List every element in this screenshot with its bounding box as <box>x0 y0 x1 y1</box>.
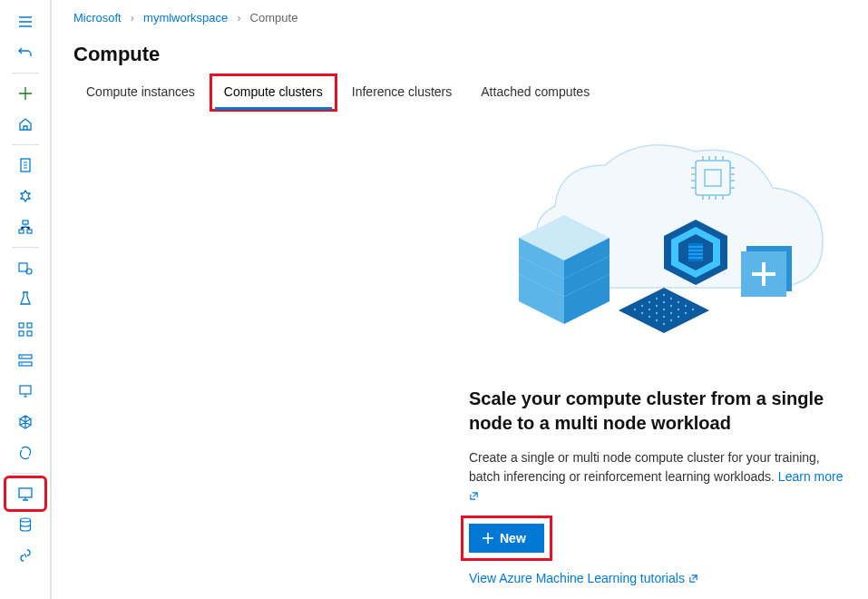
svg-point-30 <box>634 309 636 310</box>
svg-point-27 <box>656 305 658 307</box>
sidebar-divider <box>12 247 39 248</box>
notebook-icon[interactable] <box>7 151 44 180</box>
sidebar-divider <box>12 473 39 474</box>
svg-point-28 <box>670 305 672 307</box>
svg-point-41 <box>678 316 679 318</box>
svg-point-16 <box>20 518 30 522</box>
svg-rect-9 <box>27 331 32 336</box>
plus-icon <box>482 532 494 545</box>
svg-point-22 <box>670 298 672 300</box>
svg-point-35 <box>641 312 643 314</box>
svg-point-34 <box>692 309 694 310</box>
main-content: Microsoft › mymlworkspace › Compute Comp… <box>51 0 868 599</box>
plus-icon[interactable] <box>7 79 44 108</box>
endpoints-icon[interactable] <box>7 377 44 406</box>
svg-point-37 <box>670 312 672 314</box>
svg-point-43 <box>670 319 672 321</box>
chevron-right-icon: › <box>237 11 240 25</box>
linked-services-icon[interactable] <box>7 541 44 570</box>
svg-rect-19 <box>688 243 703 261</box>
empty-state-headline: Scale your compute cluster from a single… <box>469 387 846 436</box>
data-labeling-icon[interactable] <box>7 438 44 467</box>
chevron-right-icon: › <box>131 11 134 25</box>
svg-point-38 <box>685 312 687 314</box>
sidebar <box>0 0 51 599</box>
models-icon[interactable] <box>7 346 44 375</box>
tab-compute-clusters[interactable]: Compute clusters <box>211 75 336 110</box>
designer-icon[interactable] <box>7 212 44 241</box>
environments-icon[interactable] <box>7 408 44 437</box>
automl-icon[interactable] <box>7 182 44 211</box>
svg-point-24 <box>663 301 665 303</box>
svg-point-31 <box>649 309 650 310</box>
svg-point-23 <box>649 301 650 303</box>
svg-rect-4 <box>19 263 27 271</box>
svg-point-36 <box>656 312 658 314</box>
compute-icon[interactable] <box>7 479 44 508</box>
breadcrumb-current: Compute <box>250 11 298 25</box>
home-icon[interactable] <box>7 110 44 139</box>
pipelines-icon[interactable] <box>7 315 44 344</box>
tab-attached-computes[interactable]: Attached computes <box>468 75 602 110</box>
svg-rect-11 <box>19 362 32 366</box>
svg-rect-6 <box>19 323 24 328</box>
svg-rect-1 <box>23 221 28 224</box>
subtext-body: Create a single or multi node compute cl… <box>469 450 820 484</box>
svg-rect-7 <box>27 323 32 328</box>
svg-point-42 <box>656 319 658 321</box>
svg-rect-8 <box>19 331 24 336</box>
svg-point-26 <box>641 305 643 307</box>
sidebar-divider <box>12 144 39 145</box>
svg-rect-2 <box>19 230 24 233</box>
svg-point-32 <box>663 309 665 310</box>
svg-point-40 <box>663 316 665 318</box>
svg-rect-10 <box>19 355 32 358</box>
breadcrumb: Microsoft › mymlworkspace › Compute <box>52 0 868 30</box>
tutorials-link[interactable]: View Azure Machine Learning tutorials <box>469 571 698 585</box>
experiments-icon[interactable] <box>7 284 44 313</box>
svg-point-33 <box>678 309 679 310</box>
svg-point-39 <box>649 316 650 318</box>
empty-state-subtext: Create a single or multi node compute cl… <box>469 448 846 506</box>
datastores-icon[interactable] <box>7 510 44 539</box>
svg-point-29 <box>685 305 687 307</box>
new-button-label: New <box>500 531 526 545</box>
new-button[interactable]: New <box>469 524 544 553</box>
svg-rect-14 <box>20 386 31 394</box>
svg-rect-15 <box>19 488 32 497</box>
breadcrumb-link[interactable]: Microsoft <box>73 11 122 25</box>
page-title: Compute <box>52 30 868 75</box>
svg-point-25 <box>678 301 679 303</box>
tab-compute-instances[interactable]: Compute instances <box>73 75 208 110</box>
svg-point-20 <box>663 294 665 296</box>
tab-inference-clusters[interactable]: Inference clusters <box>339 75 465 110</box>
sidebar-divider <box>12 73 39 74</box>
breadcrumb-link[interactable]: mymlworkspace <box>143 11 228 25</box>
tabs: Compute instances Compute clusters Infer… <box>52 75 868 111</box>
svg-point-12 <box>21 356 23 358</box>
hamburger-menu-icon[interactable] <box>7 7 44 36</box>
svg-rect-3 <box>27 230 32 233</box>
svg-point-44 <box>663 323 665 325</box>
svg-point-21 <box>656 298 658 300</box>
datasets-icon[interactable] <box>7 253 44 282</box>
new-button-highlight: New <box>469 524 544 553</box>
svg-point-13 <box>21 363 23 365</box>
empty-state: Scale your compute cluster from a single… <box>52 111 868 599</box>
illustration-cloud-compute <box>460 129 841 365</box>
undo-icon[interactable] <box>7 38 44 67</box>
